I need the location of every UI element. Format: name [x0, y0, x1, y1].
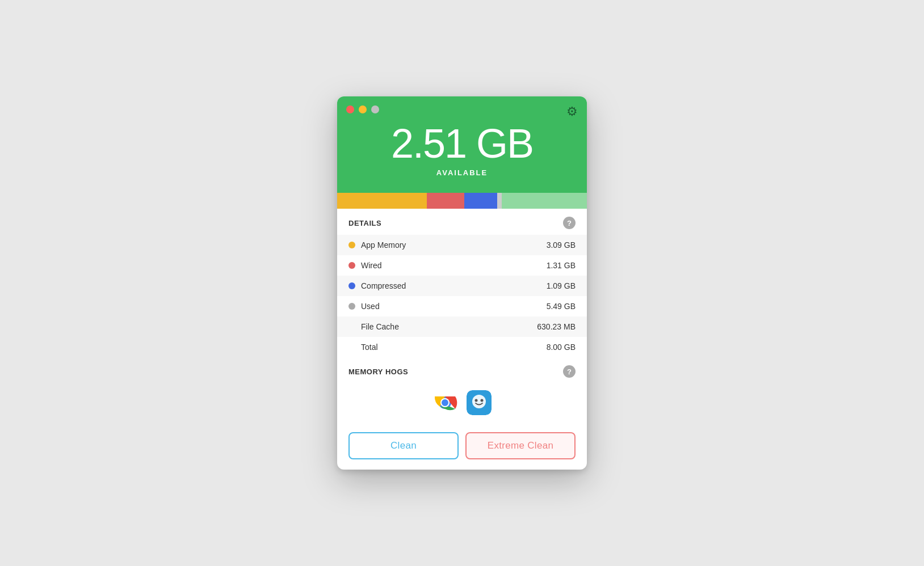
bar-compressed: [464, 193, 497, 209]
svg-point-8: [481, 399, 484, 402]
app-memory-label: App Memory: [361, 240, 547, 250]
bar-used-gap: [497, 193, 502, 209]
header-section: ⚙ 2.51 GB AVAILABLE: [337, 96, 587, 193]
app-memory-dot: [348, 242, 355, 248]
bar-wired: [427, 193, 464, 209]
memory-hogs-section: MEMORY HOGS ?: [337, 357, 587, 424]
finder-app-icon: [467, 390, 492, 415]
bar-available: [502, 193, 587, 209]
svg-point-6: [472, 395, 486, 408]
hogs-help-button[interactable]: ?: [563, 365, 576, 378]
main-window: ⚙ 2.51 GB AVAILABLE DETAILS ? App Memory…: [337, 96, 587, 470]
compressed-value: 1.09 GB: [547, 281, 576, 290]
details-header: DETAILS ?: [337, 209, 587, 235]
used-value: 5.49 GB: [547, 302, 576, 311]
table-row: File Cache 630.23 MB: [337, 316, 587, 337]
table-row: Wired 1.31 GB: [337, 255, 587, 276]
available-memory-value: 2.51 GB: [346, 121, 578, 166]
available-memory-label: AVAILABLE: [346, 168, 578, 177]
maximize-button[interactable]: [371, 105, 379, 113]
minimize-button[interactable]: [359, 105, 367, 113]
table-row: Total 8.00 GB: [337, 337, 587, 357]
clean-button[interactable]: Clean: [348, 432, 459, 459]
file-cache-value: 630.23 MB: [537, 322, 576, 331]
svg-point-3: [442, 399, 448, 406]
memory-bar: [337, 193, 587, 209]
action-buttons-row: Clean Extreme Clean: [337, 424, 587, 470]
extreme-clean-button[interactable]: Extreme Clean: [465, 432, 576, 459]
wired-label: Wired: [361, 261, 547, 270]
wired-value: 1.31 GB: [547, 261, 576, 270]
hogs-header: MEMORY HOGS ?: [337, 357, 587, 383]
svg-point-7: [475, 399, 478, 402]
details-help-button[interactable]: ?: [563, 217, 576, 229]
app-memory-value: 3.09 GB: [547, 240, 576, 250]
table-row: Compressed 1.09 GB: [337, 276, 587, 296]
compressed-label: Compressed: [361, 281, 547, 290]
traffic-lights: [346, 105, 379, 113]
close-button[interactable]: [346, 105, 354, 113]
details-section: DETAILS ? App Memory 3.09 GB Wired 1.31 …: [337, 209, 587, 357]
table-row: Used 5.49 GB: [337, 296, 587, 316]
total-value: 8.00 GB: [547, 343, 576, 352]
total-label: Total: [361, 343, 547, 352]
wired-dot: [348, 262, 355, 269]
file-cache-label: File Cache: [361, 322, 537, 331]
compressed-dot: [348, 282, 355, 289]
used-label: Used: [361, 302, 547, 311]
settings-button[interactable]: ⚙: [566, 104, 578, 119]
chrome-app-icon: [432, 390, 457, 415]
used-dot: [348, 303, 355, 310]
hogs-title: MEMORY HOGS: [348, 368, 408, 376]
table-row: App Memory 3.09 GB: [337, 235, 587, 255]
bar-app-memory: [337, 193, 427, 209]
details-title: DETAILS: [348, 219, 381, 227]
hogs-icons-row: [337, 383, 587, 424]
gear-icon: ⚙: [566, 104, 578, 119]
